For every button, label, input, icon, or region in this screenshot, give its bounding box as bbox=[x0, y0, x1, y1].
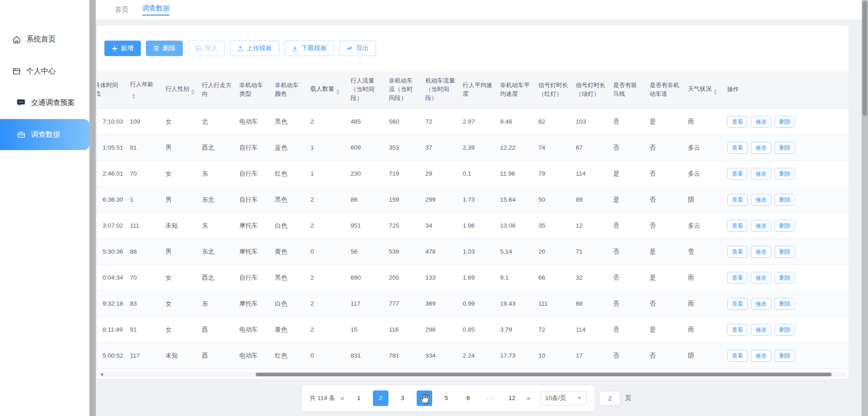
table-cell: 电动车 bbox=[236, 317, 271, 343]
row-删除-button[interactable]: 删除 bbox=[775, 194, 795, 206]
column-label: 非机动车类型 bbox=[239, 82, 263, 97]
row-删除-button[interactable]: 删除 bbox=[775, 272, 795, 284]
row-修改-button[interactable]: 修改 bbox=[751, 350, 771, 362]
page-button-4[interactable]: 4 bbox=[417, 390, 432, 406]
table-cell: 103 bbox=[572, 109, 610, 135]
table-cell: 91 bbox=[126, 317, 162, 343]
sidebar-item-3[interactable]: 交通调查预案 bbox=[0, 93, 89, 113]
row-修改-button[interactable]: 修改 bbox=[751, 220, 771, 232]
导出-button[interactable]: 导出 bbox=[339, 41, 376, 56]
row-查看-button[interactable]: 查看 bbox=[727, 194, 748, 206]
table-cell: 电动车 bbox=[236, 343, 271, 369]
row-查看-button[interactable]: 查看 bbox=[727, 116, 748, 128]
breadcrumb-item-1[interactable]: 首页 bbox=[115, 5, 129, 14]
row-查看-button[interactable]: 查看 bbox=[727, 168, 748, 180]
table-cell: 自行车 bbox=[236, 161, 271, 187]
row-查看-button[interactable]: 查看 bbox=[727, 220, 748, 232]
row-修改-button[interactable]: 修改 bbox=[751, 142, 771, 154]
table-cell: 否 bbox=[610, 109, 646, 135]
upload-icon bbox=[237, 45, 243, 52]
page-button-3[interactable]: 3 bbox=[395, 390, 410, 406]
table-cell: 黄色 bbox=[271, 239, 307, 265]
table-cell: 2 bbox=[307, 291, 347, 317]
table-cell: 阴 bbox=[684, 343, 723, 369]
row-修改-button[interactable]: 修改 bbox=[751, 272, 771, 284]
row-删除-button[interactable]: 删除 bbox=[775, 246, 795, 258]
breadcrumb-item-2[interactable]: 调查数据 bbox=[142, 4, 170, 16]
删除-button[interactable]: 删除 bbox=[146, 41, 183, 56]
table-cell: 159 bbox=[385, 187, 422, 213]
table-cell: 5:00:52 bbox=[97, 343, 126, 369]
column-label: 天气状况 bbox=[688, 85, 712, 92]
actions-cell: 查看修改删除 bbox=[723, 343, 848, 369]
table-cell: 红色 bbox=[271, 161, 307, 187]
column-header-9: 非机动车流（当时间段） bbox=[385, 71, 422, 109]
table-cell: 19.43 bbox=[496, 291, 535, 317]
next-page-button[interactable]: > bbox=[523, 395, 534, 402]
column-header-18: 操作 bbox=[723, 71, 848, 109]
table-cell: 多云 bbox=[684, 161, 723, 187]
column-header-17[interactable]: 天气状况 bbox=[684, 71, 723, 109]
column-label: 是否有斑马线 bbox=[613, 82, 637, 97]
jump-page-input[interactable] bbox=[599, 391, 620, 406]
新增-button[interactable]: 新增 bbox=[104, 41, 141, 56]
上传模板-button[interactable]: 上传模板 bbox=[230, 41, 279, 56]
row-修改-button[interactable]: 修改 bbox=[751, 194, 771, 206]
row-查看-button[interactable]: 查看 bbox=[727, 298, 748, 310]
table-cell: 13.08 bbox=[496, 213, 535, 239]
scroll-left-arrow-icon[interactable] bbox=[100, 373, 103, 376]
column-header-3[interactable]: 行人性别 bbox=[162, 71, 198, 109]
row-修改-button[interactable]: 修改 bbox=[751, 168, 771, 180]
row-修改-button[interactable]: 修改 bbox=[751, 116, 771, 128]
row-修改-button[interactable]: 修改 bbox=[751, 298, 771, 310]
prev-page-button[interactable]: < bbox=[337, 395, 348, 402]
row-删除-button[interactable]: 删除 bbox=[775, 298, 795, 310]
table-cell: 88 bbox=[126, 239, 162, 265]
page-button-2[interactable]: 2 bbox=[373, 390, 388, 406]
table-cell: 70 bbox=[126, 265, 162, 291]
page-button-12[interactable]: 12 bbox=[504, 390, 520, 406]
table-cell: 72 bbox=[422, 109, 459, 135]
sidebar-scrollbar[interactable] bbox=[89, 0, 96, 416]
row-删除-button[interactable]: 删除 bbox=[775, 220, 795, 232]
下载模板-button[interactable]: 下载模板 bbox=[284, 41, 334, 56]
row-查看-button[interactable]: 查看 bbox=[727, 350, 748, 362]
column-header-2[interactable]: 行人年龄 bbox=[126, 71, 162, 109]
row-删除-button[interactable]: 删除 bbox=[775, 116, 795, 128]
row-删除-button[interactable]: 删除 bbox=[775, 168, 795, 180]
actions-cell: 查看修改删除 bbox=[723, 109, 848, 135]
sidebar-item-4[interactable]: 调查数据 bbox=[0, 119, 89, 150]
table-row: 5:30:3688男东北摩托车黄色0565394781.035.142071否是… bbox=[97, 239, 848, 265]
page-button-5[interactable]: 5 bbox=[439, 390, 454, 406]
actions-cell: 查看修改删除 bbox=[723, 213, 848, 239]
row-查看-button[interactable]: 查看 bbox=[727, 142, 748, 154]
sort-caret-icon bbox=[132, 94, 135, 99]
row-查看-button[interactable]: 查看 bbox=[727, 324, 748, 336]
导入-button[interactable]: 导入 bbox=[188, 41, 225, 56]
row-删除-button[interactable]: 删除 bbox=[775, 350, 795, 362]
horizontal-scrollbar-thumb[interactable] bbox=[256, 373, 832, 376]
table-cell: 2.39 bbox=[459, 135, 496, 161]
sidebar-item-1[interactable]: 系统首页 bbox=[0, 29, 89, 49]
row-查看-button[interactable]: 查看 bbox=[727, 246, 748, 258]
sidebar-item-label: 交通调查预案 bbox=[31, 98, 75, 108]
table-cell: 0.1 bbox=[459, 161, 496, 187]
row-查看-button[interactable]: 查看 bbox=[727, 272, 748, 284]
table-cell: 男 bbox=[162, 135, 198, 161]
row-修改-button[interactable]: 修改 bbox=[751, 246, 771, 258]
row-删除-button[interactable]: 删除 bbox=[775, 142, 795, 154]
row-删除-button[interactable]: 删除 bbox=[775, 324, 795, 336]
table-cell: 否 bbox=[646, 187, 684, 213]
column-label: 机动车流量（当时间段） bbox=[425, 77, 455, 101]
sidebar: 系统首页个人中心交通调查预案调查数据 bbox=[0, 0, 89, 416]
window-scrollbar-thumb[interactable] bbox=[863, 1, 867, 116]
row-修改-button[interactable]: 修改 bbox=[751, 324, 771, 336]
sidebar-item-2[interactable]: 个人中心 bbox=[0, 61, 89, 81]
page-button-6[interactable]: 6 bbox=[460, 390, 476, 406]
page-more-button[interactable]: ··· bbox=[482, 390, 498, 406]
page-button-1[interactable]: 1 bbox=[351, 390, 367, 406]
page-size-select[interactable]: 10条/页 bbox=[540, 391, 587, 406]
table-cell: 70 bbox=[126, 161, 162, 187]
column-header-7[interactable]: 载人数量 bbox=[307, 71, 347, 109]
table-cell: 否 bbox=[646, 291, 684, 317]
